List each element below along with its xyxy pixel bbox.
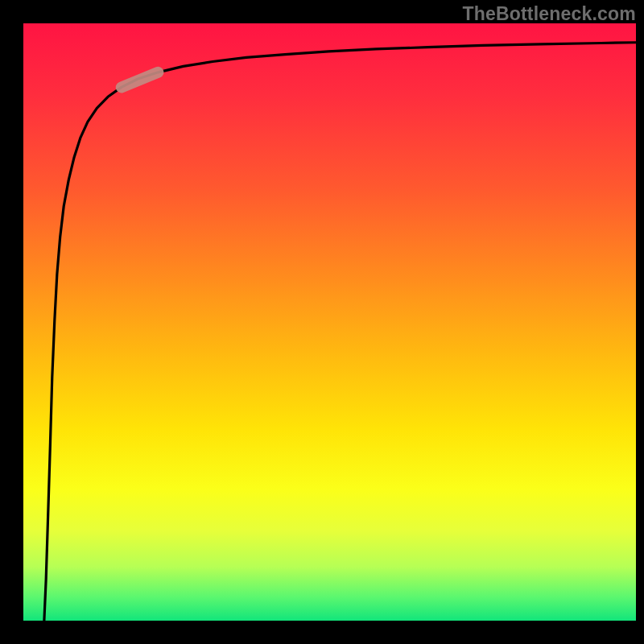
watermark-label: TheBottleneck.com <box>462 3 636 25</box>
plot-gradient-background <box>23 23 636 621</box>
chart-stage: TheBottleneck.com <box>0 0 644 644</box>
